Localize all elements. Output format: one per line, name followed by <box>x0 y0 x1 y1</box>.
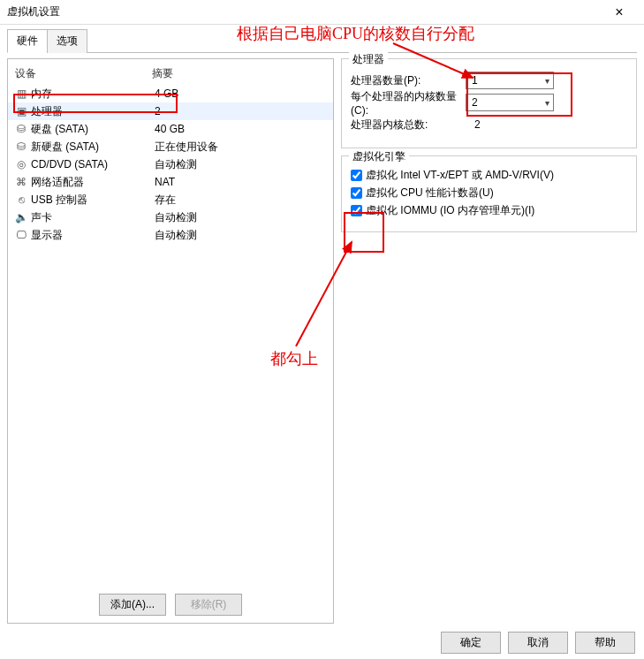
cores-per-processor-select[interactable]: 2 ▾ <box>466 94 554 111</box>
total-cores-label: 处理器内核总数: <box>351 117 466 133</box>
virtualization-group-title: 虚拟化引擎 <box>349 149 409 164</box>
device-name: 网络适配器 <box>31 175 155 190</box>
header-device: 设备 <box>15 66 152 81</box>
device-row-hdd[interactable]: ⛁ 硬盘 (SATA) 40 GB <box>8 120 333 138</box>
add-device-button[interactable]: 添加(A)... <box>99 594 166 616</box>
processor-count-label: 处理器数量(P): <box>351 73 466 88</box>
device-summary: 自动检测 <box>155 210 326 225</box>
dialog-footer: 确定 取消 帮助 <box>441 632 635 654</box>
device-summary: 40 GB <box>155 123 326 135</box>
checkbox-iommu[interactable]: 虚拟化 IOMMU (IO 内存管理单元)(I) <box>351 203 627 218</box>
checkbox-perfcounters[interactable]: 虚拟化 CPU 性能计数器(U) <box>351 186 627 201</box>
header-summary: 摘要 <box>152 66 326 81</box>
processor-group: 处理器 处理器数量(P): 1 ▾ 每个处理器的内核数量(C): 2 ▾ <box>341 58 637 148</box>
device-row-newhdd[interactable]: ⛁ 新硬盘 (SATA) 正在使用设备 <box>8 138 333 155</box>
device-buttons: 添加(A)... 移除(R) <box>8 588 333 619</box>
remove-device-button: 移除(R) <box>175 594 242 616</box>
ok-button[interactable]: 确定 <box>441 632 501 654</box>
device-name: 显示器 <box>31 228 155 243</box>
device-row-sound[interactable]: 🔈 声卡 自动检测 <box>8 208 333 226</box>
help-button[interactable]: 帮助 <box>575 632 635 654</box>
sound-icon: 🔈 <box>15 211 27 223</box>
device-name: 硬盘 (SATA) <box>31 122 155 137</box>
chevron-down-icon: ▾ <box>545 76 549 86</box>
device-summary: 存在 <box>155 193 326 208</box>
device-name: 新硬盘 (SATA) <box>31 140 155 155</box>
checkbox-vtx-label: 虚拟化 Intel VT-x/EPT 或 AMD-V/RVI(V) <box>366 168 554 183</box>
device-name: CD/DVD (SATA) <box>31 158 155 170</box>
device-row-memory[interactable]: ▥ 内存 4 GB <box>8 85 333 102</box>
settings-panel: 处理器 处理器数量(P): 1 ▾ 每个处理器的内核数量(C): 2 ▾ <box>341 58 637 624</box>
cpu-icon: ▣ <box>15 105 27 117</box>
processor-group-title: 处理器 <box>349 52 388 67</box>
checkbox-perfcounters-input[interactable] <box>351 187 362 199</box>
device-summary: 4 GB <box>155 87 326 100</box>
tab-options[interactable]: 选项 <box>47 29 87 53</box>
window-title: 虚拟机设置 <box>7 4 602 19</box>
device-name: 内存 <box>31 87 155 102</box>
checkbox-iommu-label: 虚拟化 IOMMU (IO 内存管理单元)(I) <box>366 203 534 218</box>
total-cores-value: 2 <box>466 118 554 131</box>
main-columns: 设备 摘要 ▥ 内存 4 GB ▣ 处理器 2 ⛁ 硬盘 (SATA) 40 G… <box>7 58 637 624</box>
close-button[interactable]: × <box>602 0 637 25</box>
checkbox-perfcounters-label: 虚拟化 CPU 性能计数器(U) <box>366 186 494 201</box>
device-name: 处理器 <box>31 104 155 119</box>
content: 硬件 选项 设备 摘要 ▥ 内存 4 GB ▣ 处理器 2 <box>0 25 644 659</box>
device-row-display[interactable]: 🖵 显示器 自动检测 <box>8 226 333 244</box>
device-row-cpu[interactable]: ▣ 处理器 2 <box>8 102 333 120</box>
device-row-usb[interactable]: ⎋ USB 控制器 存在 <box>8 191 333 208</box>
device-name: 声卡 <box>31 210 155 225</box>
device-row-network[interactable]: ⌘ 网络适配器 NAT <box>8 173 333 191</box>
device-name: USB 控制器 <box>31 193 155 208</box>
virtualization-group: 虚拟化引擎 虚拟化 Intel VT-x/EPT 或 AMD-V/RVI(V) … <box>341 155 637 232</box>
memory-icon: ▥ <box>15 87 27 100</box>
device-list-header: 设备 摘要 <box>8 63 333 85</box>
titlebar: 虚拟机设置 × <box>0 0 644 25</box>
device-summary: 正在使用设备 <box>155 140 326 155</box>
hdd-icon: ⛁ <box>15 140 27 153</box>
net-icon: ⌘ <box>15 176 27 188</box>
processor-count-select[interactable]: 1 ▾ <box>466 72 554 89</box>
checkbox-vtx[interactable]: 虚拟化 Intel VT-x/EPT 或 AMD-V/RVI(V) <box>351 168 627 183</box>
device-list: ▥ 内存 4 GB ▣ 处理器 2 ⛁ 硬盘 (SATA) 40 GB ⛁ 新硬… <box>8 85 333 588</box>
usb-icon: ⎋ <box>15 193 27 206</box>
device-summary: 自动检测 <box>155 228 326 243</box>
display-icon: 🖵 <box>15 229 27 241</box>
cores-per-processor-value: 2 <box>472 96 478 109</box>
device-summary: 自动检测 <box>155 157 326 172</box>
cancel-button[interactable]: 取消 <box>508 632 568 654</box>
tab-hardware[interactable]: 硬件 <box>7 29 48 53</box>
processor-count-value: 1 <box>472 74 478 87</box>
tabstrip: 硬件 选项 <box>7 28 637 53</box>
checkbox-iommu-input[interactable] <box>351 205 362 216</box>
cores-per-processor-label: 每个处理器的内核数量(C): <box>351 89 466 117</box>
device-panel: 设备 摘要 ▥ 内存 4 GB ▣ 处理器 2 ⛁ 硬盘 (SATA) 40 G… <box>7 58 334 624</box>
disc-icon: ◎ <box>15 158 27 170</box>
device-summary: 2 <box>155 105 326 117</box>
checkbox-vtx-input[interactable] <box>351 170 362 181</box>
hdd-icon: ⛁ <box>15 123 27 135</box>
chevron-down-icon: ▾ <box>545 98 549 108</box>
device-row-cddvd[interactable]: ◎ CD/DVD (SATA) 自动检测 <box>8 155 333 173</box>
device-summary: NAT <box>155 176 326 188</box>
